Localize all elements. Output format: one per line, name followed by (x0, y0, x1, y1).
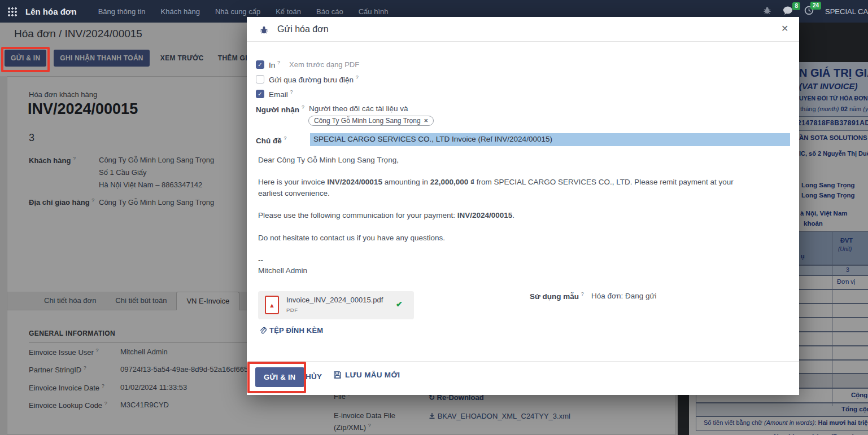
nav-item-customers[interactable]: Khách hàng (161, 7, 200, 16)
email-checkbox[interactable]: ✓ (256, 90, 264, 98)
messages-icon[interactable]: 8 (783, 6, 793, 17)
recipient-tag[interactable]: Công Ty Gỗ Minh Long Sang Trọng ✕ (308, 116, 434, 126)
modal-send-print-button[interactable]: GỬI & IN (255, 367, 304, 387)
subject-input[interactable]: SPECIAL CARGO SERVICES CO., LTD Invoice … (310, 133, 790, 146)
preview-pdf-link[interactable]: Xem trước dạng PDF (289, 60, 359, 69)
nav-item-reports[interactable]: Báo cáo (316, 7, 343, 16)
debug-bug-icon[interactable] (763, 6, 771, 17)
app-name[interactable]: Lên hóa đơn (25, 7, 77, 16)
floppy-disk-icon (333, 371, 342, 379)
use-template-value[interactable]: Hóa đơn: Đang gửi (591, 292, 656, 300)
pdf-file-icon: ▲ (265, 296, 279, 314)
nav-item-vendors[interactable]: Nhà cung cấp (215, 7, 260, 16)
use-template-label: Sử dụng mẫu ? (530, 291, 584, 301)
nav-item-settings[interactable]: Cấu hình (359, 7, 389, 16)
email-paragraph-3: Do not hesitate to contact us if you hav… (258, 232, 745, 243)
modal-title: Gửi hóa đơn (277, 24, 329, 34)
email-option-label: Email ? (269, 89, 293, 99)
post-option-row: Gửi qua đường bưu điện ? (256, 74, 359, 84)
email-paragraph-1: Here is your invoice INV/2024/00015 amou… (258, 177, 745, 199)
print-option-label: In ? (269, 60, 280, 69)
subject-label: Chủ đề ? (256, 135, 287, 145)
email-greeting: Dear Công Ty Gỗ Minh Long Sang Trọng, (258, 155, 745, 165)
attachment-check-icon: ✔ (396, 300, 403, 309)
remove-recipient-icon[interactable]: ✕ (424, 118, 429, 124)
activities-badge: 24 (810, 2, 821, 10)
company-switcher[interactable]: SPECIAL CA (825, 7, 868, 16)
recipients-label: Người nhận ? (256, 104, 304, 114)
post-option-label: Gửi qua đường bưu điện ? (269, 74, 359, 84)
modal-header-divider (247, 41, 799, 42)
email-paragraph-2: Please use the following communication f… (258, 210, 745, 221)
post-checkbox[interactable] (256, 75, 264, 84)
close-icon[interactable]: ✕ (781, 23, 788, 34)
screen: Lên hóa đơn Bảng thông tin Khách hàng Nh… (0, 0, 868, 435)
email-option-row: ✓ Email ? (256, 89, 293, 99)
save-new-template-button[interactable]: LƯU MẪU MỚI (333, 371, 400, 379)
modal-cancel-button[interactable]: HỦY (306, 372, 322, 381)
email-signature-name: Mitchell Admin (258, 265, 745, 276)
attachment-type: PDF (286, 307, 298, 313)
bug-icon (259, 25, 269, 37)
attachment-card[interactable]: ▲ Invoice_INV_2024_00015.pdf PDF ✔ (258, 291, 414, 319)
recipient-tag-label: Công Ty Gỗ Minh Long Sang Trọng (314, 117, 421, 125)
modal-footer-divider (247, 361, 799, 362)
print-checkbox[interactable]: ✓ (256, 60, 264, 69)
nav-item-accounting[interactable]: Kế toán (276, 7, 301, 16)
attach-file-button[interactable]: TỆP ĐÍNH KÈM (259, 326, 323, 335)
apps-grid-icon[interactable] (7, 7, 17, 16)
activities-clock-icon[interactable]: 24 (804, 6, 814, 17)
email-signature-separator: -- (258, 254, 745, 265)
nav-right: 8 24 SPECIAL CA (763, 6, 868, 17)
messages-badge: 8 (792, 2, 800, 10)
nav-item-dashboard[interactable]: Bảng thông tin (98, 7, 146, 16)
send-invoice-modal: Gửi hóa đơn ✕ ✓ In ? Xem trước dạng PDF … (247, 17, 799, 395)
recipients-hint: Người theo dõi các tài liệu và (309, 104, 408, 113)
email-body-editor[interactable]: Dear Công Ty Gỗ Minh Long Sang Trọng, He… (258, 155, 745, 276)
attachment-filename: Invoice_INV_2024_00015.pdf (286, 296, 383, 304)
print-option-row: ✓ In ? Xem trước dạng PDF (256, 60, 359, 69)
paperclip-icon (259, 327, 267, 335)
